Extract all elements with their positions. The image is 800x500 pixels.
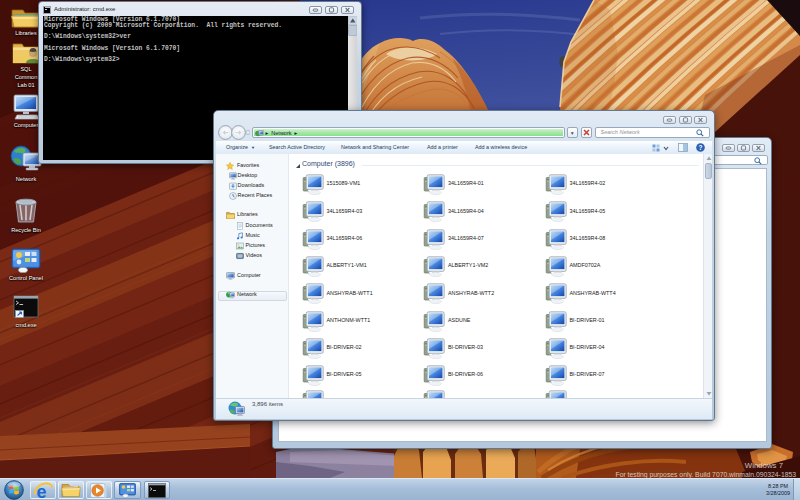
svg-text:?: ? xyxy=(698,143,702,150)
